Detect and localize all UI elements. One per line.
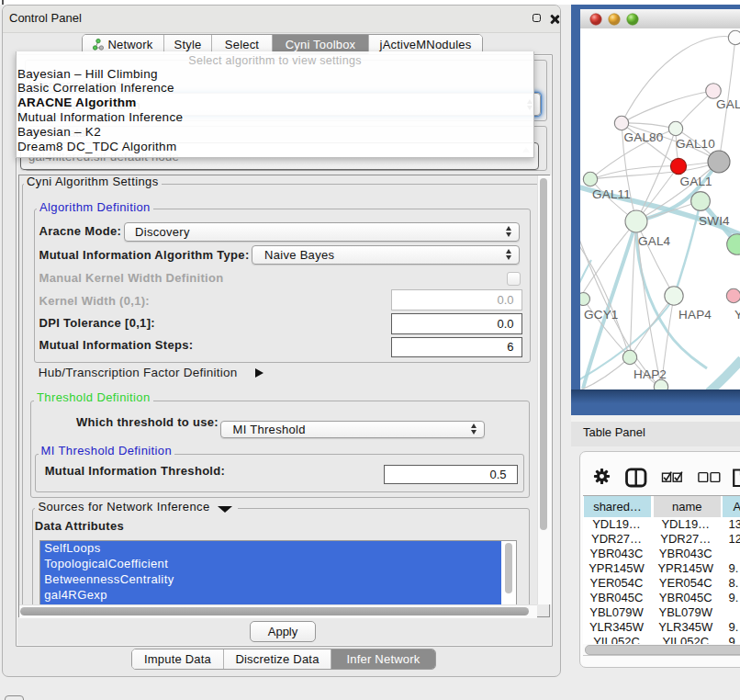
svg-text:HAP2: HAP2 <box>633 367 667 381</box>
svg-text:GAL: GAL <box>716 97 740 111</box>
svg-text:GAL80: GAL80 <box>624 130 664 144</box>
svg-text:SWI4: SWI4 <box>699 214 730 228</box>
svg-text:GAL11: GAL11 <box>592 187 631 201</box>
svg-text:GAL10: GAL10 <box>676 137 715 151</box>
svg-text:GAL4: GAL4 <box>638 234 671 248</box>
svg-text:GAL1: GAL1 <box>680 175 712 188</box>
svg-text:Y: Y <box>734 308 740 322</box>
svg-text:GCY1: GCY1 <box>584 308 619 322</box>
svg-text:HAP4: HAP4 <box>678 308 712 322</box>
